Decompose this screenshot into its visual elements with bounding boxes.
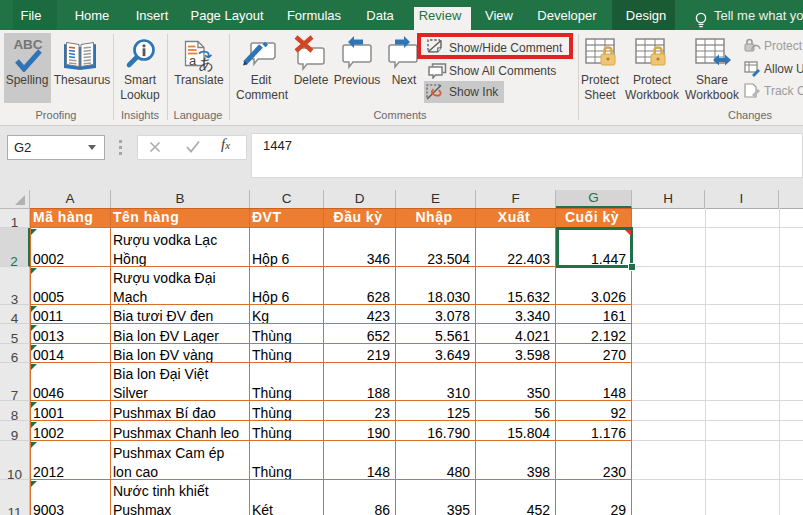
svg-text:a: a [189,53,197,68]
svg-text:あ: あ [199,55,214,72]
